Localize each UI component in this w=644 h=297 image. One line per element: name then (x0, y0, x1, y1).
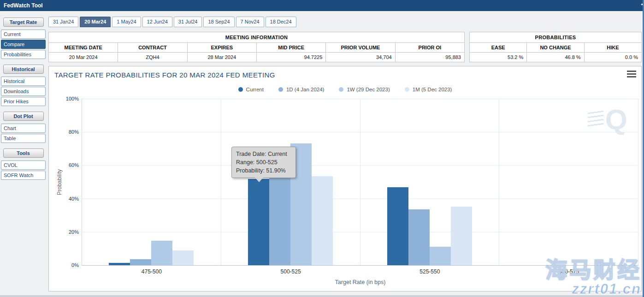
bar-500-525-current[interactable] (248, 179, 269, 265)
chart-tooltip: Trade Date: Current Range: 500-525 Proba… (231, 147, 296, 178)
tooltip-probability: Probability: 51.90% (236, 166, 291, 175)
cell-ease: 53.2 % (470, 53, 527, 62)
main-area: Target RateCurrentCompareProbabilitiesHi… (0, 11, 644, 297)
sidebar-item-sofr-watch[interactable]: SOFR Watch (1, 171, 46, 180)
plot-region-500-525 (221, 99, 360, 265)
sidebar-section-header-target-rate[interactable]: Target Rate (3, 18, 44, 27)
legend-item-1d-4-jan-2024[interactable]: 1D (4 Jan 2024) (278, 87, 324, 92)
cell-contract: ZQH4 (118, 53, 187, 62)
legend-dot-icon (278, 87, 283, 92)
y-tick-label: 100% (66, 96, 79, 101)
cell-prior-oi: 95,883 (395, 53, 464, 62)
x-tick-label-550-575: 550-575 (499, 268, 638, 275)
sidebar-item-chart[interactable]: Chart (1, 124, 46, 133)
col-header-ease: EASE (470, 43, 527, 53)
plot-region-550-575 (499, 99, 638, 265)
horizontal-scrollbar[interactable] (0, 295, 643, 297)
plot-area: Probability 475-500500-525525-550550-575… (82, 99, 638, 266)
meeting-date-tabs: 31 Jan2420 Mar241 May2412 Jun2431 Jul241… (48, 17, 642, 27)
cell-no-change: 46.8 % (527, 53, 584, 62)
legend-label: 1M (5 Dec 2023) (413, 87, 452, 92)
bar-525-550-current[interactable] (387, 187, 408, 265)
tab-1-may24[interactable]: 1 May24 (112, 17, 141, 27)
tooltip-trade-date: Trade Date: Current (236, 150, 291, 158)
col-header-hike: HIKE (584, 43, 641, 53)
col-header-prior-oi: PRIOR OI (395, 43, 464, 53)
tab-31-jan24[interactable]: 31 Jan24 (48, 17, 78, 27)
sidebar-item-downloads[interactable]: Downloads (1, 87, 46, 96)
tab-12-jun24[interactable]: 12 Jun24 (142, 17, 172, 27)
legend-label: 1W (29 Dec 2023) (347, 87, 390, 92)
content-area: 31 Jan2420 Mar241 May2412 Jun2431 Jul241… (47, 11, 644, 297)
probabilities-table: PROBABILITIESEASENO CHANGEHIKE53.2 %46.8… (469, 32, 642, 62)
tab-18-dec24[interactable]: 18 Dec24 (266, 17, 296, 27)
info-tables-row: MEETING INFORMATIONMEETING DATECONTRACTE… (48, 32, 642, 62)
plot-region-525-550 (360, 99, 500, 265)
chart-panel: TARGET RATE PROBABILITIES FOR 20 MAR 202… (48, 66, 642, 291)
y-tick-label: 20% (69, 229, 79, 235)
y-tick-label: 60% (69, 162, 79, 168)
sidebar-item-current[interactable]: Current (1, 30, 46, 39)
bar-group (526, 99, 611, 265)
scrollbar-up-arrow-icon[interactable]: ▲ (640, 2, 644, 6)
sidebar-section-header-tools[interactable]: Tools (3, 148, 44, 158)
tab-7-nov24[interactable]: 7 Nov24 (236, 17, 264, 27)
col-header-contract: CONTRACT (118, 43, 187, 53)
bar-525-550-1w[interactable] (430, 247, 451, 265)
x-tick-label-525-550: 525-550 (360, 268, 500, 275)
sidebar-section-header-dot-plot[interactable]: Dot Plot (3, 112, 44, 121)
legend-item-1m-5-dec-2023[interactable]: 1M (5 Dec 2023) (405, 87, 452, 92)
app-header: FedWatch Tool (0, 0, 644, 11)
chart-legend: Current1D (4 Jan 2024)1W (29 Dec 2023)1M… (49, 87, 641, 92)
sidebar-section: ToolsCVOLSOFR Watch (0, 148, 47, 180)
sidebar-item-probabilities[interactable]: Probabilities (1, 50, 46, 59)
y-tick-label: 0% (71, 262, 79, 268)
bar-group (387, 99, 472, 265)
bar-525-550-1d[interactable] (408, 209, 430, 265)
sidebar-item-historical[interactable]: Historical (1, 77, 46, 86)
col-header-mid-price: MID PRICE (256, 43, 325, 53)
sidebar-section: Target RateCurrentCompareProbabilities (0, 18, 47, 59)
legend-dot-icon (238, 87, 243, 92)
col-header-expires: EXPIRES (187, 43, 256, 53)
app-title: FedWatch Tool (4, 2, 43, 9)
meeting-information-table: MEETING INFORMATIONMEETING DATECONTRACTE… (48, 32, 465, 62)
sidebar-section-header-historical[interactable]: Historical (3, 65, 44, 74)
cell-meeting-date: 20 Mar 2024 (49, 53, 118, 62)
cell-prior-volume: 34,704 (326, 53, 395, 62)
bar-475-500-1d[interactable] (130, 259, 151, 265)
legend-item-1w-29-dec-2023[interactable]: 1W (29 Dec 2023) (339, 87, 390, 92)
legend-label: Current (246, 87, 264, 92)
legend-dot-icon (405, 87, 409, 92)
tab-20-mar24[interactable]: 20 Mar24 (80, 17, 111, 27)
tab-18-sep24[interactable]: 18 Sep24 (203, 17, 234, 27)
sidebar-item-prior-hikes[interactable]: Prior Hikes (1, 97, 46, 106)
col-header-meeting-date: MEETING DATE (49, 43, 118, 53)
cell-mid-price: 94.7225 (256, 53, 325, 62)
bar-regions (82, 99, 638, 265)
probabilities-title: PROBABILITIES (470, 32, 642, 43)
sidebar-item-table[interactable]: Table (1, 134, 46, 143)
hamburger-menu-icon[interactable] (627, 71, 636, 79)
bar-525-550-1m[interactable] (451, 207, 472, 265)
sidebar-section: HistoricalHistoricalDownloadsPrior Hikes (0, 65, 47, 106)
sidebar-item-cvol[interactable]: CVOL (1, 160, 46, 170)
bar-475-500-1m[interactable] (172, 250, 194, 265)
x-tick-label-475-500: 475-500 (82, 268, 221, 275)
x-axis-title: Target Rate (in bps) (82, 279, 638, 285)
bar-500-525-1m[interactable] (312, 176, 333, 265)
tooltip-range: Range: 500-525 (236, 158, 291, 166)
legend-item-current[interactable]: Current (238, 87, 264, 92)
plot-region-475-500 (82, 99, 221, 265)
tooltip-arrow (255, 178, 263, 182)
col-header-no-change: NO CHANGE (527, 43, 584, 53)
sidebar-section: Dot PlotChartTable (0, 112, 47, 143)
tab-31-jul24[interactable]: 31 Jul24 (174, 17, 202, 27)
legend-label: 1D (4 Jan 2024) (286, 87, 324, 92)
bar-475-500-1w[interactable] (151, 241, 172, 265)
sidebar-item-compare[interactable]: Compare (1, 40, 46, 49)
y-tick-label: 40% (69, 196, 79, 202)
cell-expires: 28 Mar 2024 (187, 53, 256, 62)
x-tick-label-500-525: 500-525 (221, 268, 360, 275)
meeting-information-title: MEETING INFORMATION (49, 32, 465, 43)
